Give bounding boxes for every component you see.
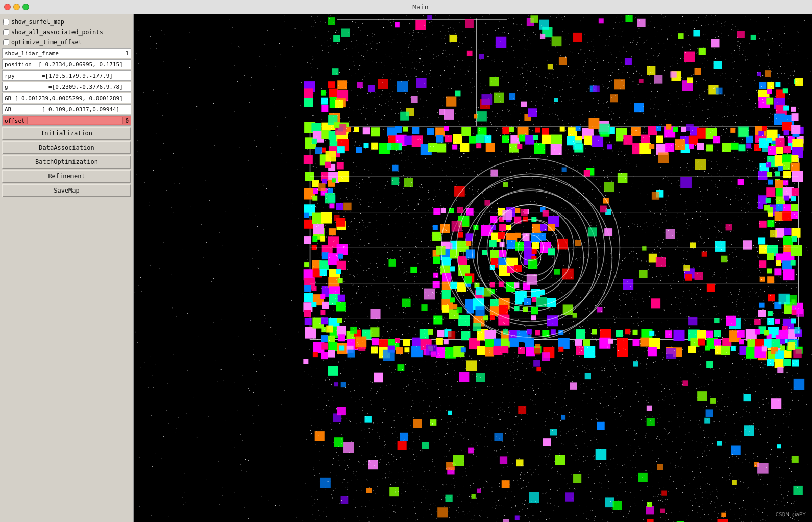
- ab-row: AB =[-0.109,0.0337,0.09944]: [2, 104, 131, 114]
- sidebar: show_surfel_map show_all_associated_poin…: [0, 14, 134, 522]
- offset-slider[interactable]: [27, 117, 124, 124]
- initialization-button[interactable]: Initialization: [2, 127, 131, 140]
- g-row: g =[0.2309,-0.3776,9.78]: [2, 82, 131, 92]
- checkbox-input-associated[interactable]: [3, 29, 9, 35]
- checkbox-optimize-time[interactable]: optimize_time_offset: [2, 38, 131, 47]
- refinement-button[interactable]: Refinement: [2, 170, 131, 183]
- offset-value: 0: [125, 117, 129, 124]
- main-container: show_surfel_map show_all_associated_poin…: [0, 14, 812, 522]
- position-row: position =[-0.2334,0.06995,-0.1715]: [2, 59, 131, 69]
- checkbox-label-associated: show_all_associated_points: [11, 29, 103, 36]
- title-bar: Main: [0, 0, 812, 14]
- title-bar-buttons: [4, 4, 29, 10]
- checkbox-label-surfel: show_surfel_map: [11, 18, 64, 26]
- maximize-button[interactable]: [22, 4, 29, 10]
- data-association-button[interactable]: DataAssociation: [2, 141, 131, 154]
- checkbox-label-optimize: optimize_time_offset: [11, 39, 82, 46]
- checkbox-show-all-associated[interactable]: show_all_associated_points: [2, 28, 131, 37]
- show-lidar-frame-value: 1: [125, 50, 129, 57]
- offset-row: offset 0: [2, 115, 131, 126]
- batch-optimization-button[interactable]: BatchOptimization: [2, 155, 131, 169]
- checkbox-show-surfel-map[interactable]: show_surfel_map: [2, 17, 131, 27]
- window-title: Main: [33, 3, 808, 11]
- rpy-text: rpy =[179.5,179.9,-177.9]: [5, 73, 113, 79]
- scene-canvas: [134, 14, 812, 522]
- close-button[interactable]: [4, 4, 11, 10]
- show-lidar-frame-label: show_lidar_frame: [5, 50, 59, 57]
- gb-row: GB=[-0.001239,0.0005299,-0.0001289]: [2, 93, 131, 103]
- viewport[interactable]: CSDN @aPY: [134, 14, 812, 522]
- position-text: position =[-0.2334,0.06995,-0.1715]: [5, 61, 123, 68]
- gb-text: GB=[-0.001239,0.0005299,-0.0001289]: [5, 95, 123, 102]
- offset-label: offset: [5, 117, 25, 124]
- minimize-button[interactable]: [13, 4, 20, 10]
- rpy-row: rpy =[179.5,179.9,-177.9]: [2, 70, 131, 81]
- save-map-button[interactable]: SaveMap: [2, 184, 131, 197]
- g-text: g =[0.2309,-0.3776,9.78]: [5, 84, 123, 90]
- checkbox-input-surfel[interactable]: [3, 19, 9, 25]
- show-lidar-frame-row: show_lidar_frame 1: [2, 48, 131, 58]
- watermark: CSDN @aPY: [775, 511, 806, 518]
- checkbox-input-optimize[interactable]: [3, 39, 9, 45]
- ab-text: AB =[-0.109,0.0337,0.09944]: [5, 106, 119, 113]
